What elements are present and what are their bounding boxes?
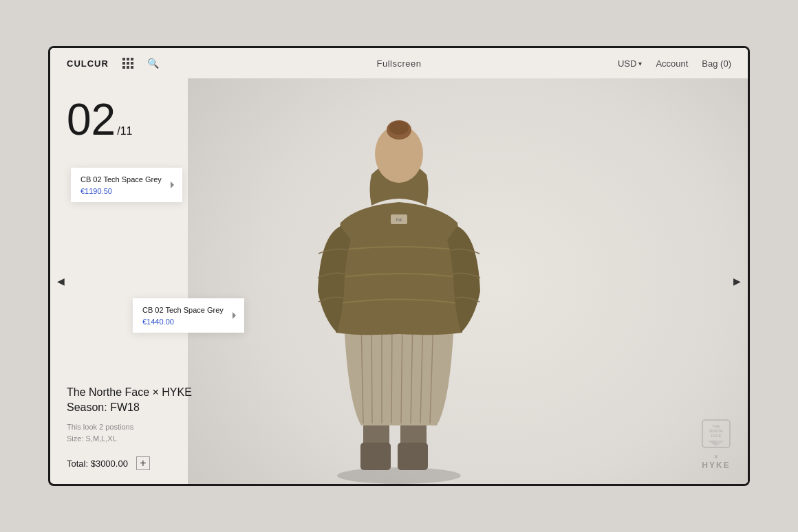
nav-right: USD ▾ Account Bag (0) — [618, 58, 731, 69]
current-slide: 02 — [67, 98, 116, 142]
brand-logo-area: THE NORTH FACE × HYKE — [701, 419, 731, 470]
nav-left: CULCUR 🔍 — [67, 58, 159, 69]
svg-point-15 — [389, 121, 409, 135]
product-title-1: CB 02 Tech Space Grey — [80, 175, 173, 184]
fullscreen-label[interactable]: Fullscreen — [377, 58, 422, 69]
total-slides: /11 — [117, 125, 132, 137]
product-price-1: €1190.50 — [80, 187, 173, 195]
hyke-label: HYKE — [701, 461, 731, 470]
bag-link[interactable]: Bag (0) — [702, 58, 731, 69]
next-arrow[interactable]: ▶ — [733, 276, 741, 287]
size-info: Size: S,M,L,XL — [67, 433, 192, 445]
currency-selector[interactable]: USD ▾ — [618, 58, 642, 69]
product-title-2: CB 02 Tech Space Grey — [142, 305, 235, 315]
svg-text:FACE: FACE — [711, 434, 722, 438]
svg-rect-3 — [360, 443, 391, 470]
nav-logo[interactable]: CULCUR — [67, 58, 109, 69]
svg-point-0 — [337, 467, 461, 484]
grid-icon[interactable] — [122, 58, 133, 69]
brand-collab: The Northe Face × HYKE — [67, 385, 192, 400]
north-face-logo-svg: THE NORTH FACE — [701, 419, 731, 449]
product-card-2[interactable]: CB 02 Tech Space Grey €1440.00 — [133, 298, 244, 333]
main-content: 02 /11 ◀ ▶ — [50, 78, 748, 484]
bottom-info: The Northe Face × HYKE Season: FW18 This… — [67, 385, 192, 470]
currency-arrow: ▾ — [638, 60, 642, 67]
model-figure: TNF — [289, 99, 509, 484]
season: Season: FW18 — [67, 400, 192, 415]
image-area: TNF — [255, 78, 543, 484]
product-price-2: €1440.00 — [142, 318, 235, 326]
total-text: Total: $3000.00 — [67, 458, 128, 469]
svg-text:THE: THE — [713, 424, 720, 428]
browser-window: CULCUR 🔍 Fullscreen USD ▾ Account Bag (0… — [48, 46, 750, 486]
navigation: CULCUR 🔍 Fullscreen USD ▾ Account Bag (0… — [50, 48, 748, 78]
total-row: Total: $3000.00 + — [67, 456, 192, 470]
prev-arrow[interactable]: ◀ — [57, 276, 65, 287]
svg-text:NORTH: NORTH — [709, 429, 723, 433]
search-icon[interactable]: 🔍 — [147, 58, 159, 69]
add-button[interactable]: + — [136, 456, 150, 470]
nav-center: Fullscreen — [377, 57, 422, 69]
account-link[interactable]: Account — [656, 58, 688, 69]
svg-line-8 — [391, 319, 392, 423]
svg-text:TNF: TNF — [396, 218, 402, 222]
x-separator: × — [701, 453, 731, 461]
slide-counter: 02 /11 — [67, 98, 132, 142]
svg-rect-4 — [398, 443, 428, 470]
look-info: This look 2 postions — [67, 421, 192, 434]
product-card-1[interactable]: CB 02 Tech Space Grey €1190.50 — [71, 168, 182, 202]
